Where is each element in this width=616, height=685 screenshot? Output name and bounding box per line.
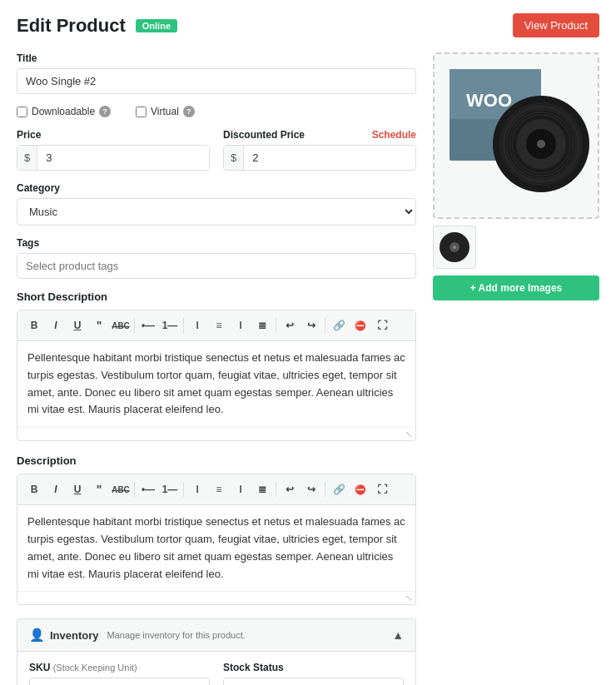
link-button[interactable]: 🔗 — [329, 315, 349, 335]
virtual-checkbox-label[interactable]: Virtual ? — [136, 106, 195, 117]
discounted-price-input[interactable] — [244, 146, 415, 170]
desc-undo-button[interactable]: ↩ — [280, 479, 300, 499]
desc-ol-button[interactable]: 1— — [160, 479, 180, 499]
desc-link-button[interactable]: 🔗 — [329, 479, 349, 499]
thumbnail-image-1 — [438, 231, 471, 264]
align-left-button[interactable]: ⁞ — [187, 315, 207, 335]
price-symbol: $ — [17, 146, 37, 170]
short-description-editor: B I U " ABC •— 1— ⁞ ≡ ⁞ ≣ ↩ — [17, 310, 416, 441]
desc-align-center-button[interactable]: ≡ — [209, 479, 229, 499]
thumbnail-1[interactable] — [433, 226, 476, 269]
stock-status-field: Stock Status In Stock Out of Stock — [223, 662, 404, 685]
toolbar-sep-2 — [183, 318, 184, 333]
title-field-group: Title — [17, 52, 416, 94]
downloadable-label: Downloadable — [32, 106, 95, 117]
desc-redo-button[interactable]: ↪ — [301, 479, 321, 499]
tags-field-group: Tags — [17, 237, 416, 279]
stock-status-label: Stock Status — [223, 662, 404, 673]
discounted-price-field: Discounted Price Schedule $ — [223, 129, 416, 171]
desc-unlink-button[interactable]: ⛔ — [350, 479, 370, 499]
discounted-symbol: $ — [224, 146, 244, 170]
bold-button[interactable]: B — [24, 315, 44, 335]
inventory-subtitle: Manage inventory for this product. — [107, 630, 246, 640]
desc-align-justify-button[interactable]: ≣ — [252, 479, 272, 499]
category-select[interactable]: Music — [17, 198, 416, 226]
description-section: Description B I U " ABC •— 1— ⁞ ≡ — [17, 454, 416, 605]
description-body[interactable]: Pellentesque habitant morbi tristique se… — [17, 505, 415, 591]
undo-button[interactable]: ↩ — [280, 315, 300, 335]
tags-input[interactable] — [17, 253, 416, 279]
align-justify-button[interactable]: ≣ — [252, 315, 272, 335]
desc-blockquote-button[interactable]: " — [89, 479, 109, 499]
add-images-button[interactable]: + Add more Images — [433, 275, 599, 300]
align-center-button[interactable]: ≡ — [209, 315, 229, 335]
inventory-header-left: 👤 Inventory Manage inventory for this pr… — [29, 628, 246, 643]
svg-point-14 — [453, 246, 456, 249]
inventory-section: 👤 Inventory Manage inventory for this pr… — [17, 618, 416, 685]
strikethrough-button[interactable]: ABC — [111, 315, 131, 335]
desc-resize-icon: ⤡ — [405, 593, 412, 603]
short-description-body[interactable]: Pellentesque habitant morbi tristique se… — [17, 341, 415, 427]
underline-button[interactable]: U — [67, 315, 87, 335]
checkbox-row: Downloadable ? Virtual ? — [17, 106, 416, 117]
main-image-box[interactable]: WOO — [433, 52, 599, 219]
price-row: Price $ Discounted Price Schedule $ — [17, 129, 416, 171]
desc-italic-button[interactable]: I — [46, 479, 66, 499]
title-input[interactable] — [17, 68, 416, 94]
align-right-button[interactable]: ⁞ — [231, 315, 251, 335]
image-panel: WOO — [433, 52, 599, 685]
desc-underline-button[interactable]: U — [67, 479, 87, 499]
sku-field: SKU (Stock Keeping Unit) — [29, 662, 210, 685]
description-footer: ⤡ — [17, 591, 415, 604]
price-field: Price $ — [17, 129, 210, 171]
inventory-header[interactable]: 👤 Inventory Manage inventory for this pr… — [17, 618, 416, 652]
inventory-body: SKU (Stock Keeping Unit) Stock Status In… — [17, 652, 416, 685]
desc-toolbar-sep-2 — [183, 482, 184, 497]
fullscreen-button[interactable]: ⛶ — [372, 315, 392, 335]
downloadable-checkbox-label[interactable]: Downloadable ? — [17, 106, 111, 117]
price-field-label: Price — [17, 129, 210, 141]
sku-input[interactable] — [29, 678, 210, 685]
price-input[interactable] — [37, 146, 209, 170]
downloadable-checkbox[interactable] — [17, 107, 27, 117]
desc-align-left-button[interactable]: ⁞ — [187, 479, 207, 499]
view-product-button[interactable]: View Product — [513, 13, 599, 37]
product-image: WOO — [441, 61, 591, 211]
downloadable-help-icon[interactable]: ? — [99, 106, 111, 117]
description-editor: B I U " ABC •— 1— ⁞ ≡ ⁞ ≣ ↩ — [17, 474, 416, 605]
virtual-help-icon[interactable]: ? — [183, 106, 195, 117]
description-title: Description — [17, 454, 416, 467]
unlink-button[interactable]: ⛔ — [350, 315, 370, 335]
schedule-link[interactable]: Schedule — [372, 129, 416, 141]
italic-button[interactable]: I — [46, 315, 66, 335]
desc-toolbar-sep-4 — [325, 482, 325, 497]
desc-bold-button[interactable]: B — [24, 479, 44, 499]
ul-button[interactable]: •— — [138, 315, 158, 335]
desc-ul-button[interactable]: •— — [138, 479, 158, 499]
inventory-fields-row: SKU (Stock Keeping Unit) Stock Status In… — [29, 662, 404, 685]
short-desc-toolbar: B I U " ABC •— 1— ⁞ ≡ ⁞ ≣ ↩ — [17, 310, 415, 341]
inventory-chevron-icon[interactable]: ▲ — [392, 628, 404, 642]
redo-button[interactable]: ↪ — [301, 315, 321, 335]
desc-fullscreen-button[interactable]: ⛶ — [372, 479, 392, 499]
sku-label: SKU (Stock Keeping Unit) — [29, 662, 210, 673]
toolbar-sep-1 — [134, 318, 135, 333]
page-header: Edit Product Online View Product — [17, 13, 599, 37]
status-badge: Online — [136, 19, 177, 32]
desc-align-right-button[interactable]: ⁞ — [231, 479, 251, 499]
form-area: Title Downloadable ? Virtual ? — [17, 52, 416, 685]
inventory-icon: 👤 — [29, 628, 45, 643]
ol-button[interactable]: 1— — [160, 315, 180, 335]
category-label: Category — [17, 182, 416, 194]
tags-label: Tags — [17, 237, 416, 249]
short-description-title: Short Description — [17, 290, 416, 303]
virtual-checkbox[interactable] — [136, 107, 147, 117]
category-field-group: Category Music — [17, 182, 416, 226]
blockquote-button[interactable]: " — [89, 315, 109, 335]
desc-strikethrough-button[interactable]: ABC — [111, 479, 131, 499]
discounted-price-field-label: Discounted Price Schedule — [223, 129, 416, 141]
title-label: Title — [17, 52, 416, 64]
sku-sublabel: (Stock Keeping Unit) — [53, 663, 137, 673]
desc-toolbar-sep-1 — [134, 482, 135, 497]
stock-status-select[interactable]: In Stock Out of Stock — [223, 678, 404, 685]
